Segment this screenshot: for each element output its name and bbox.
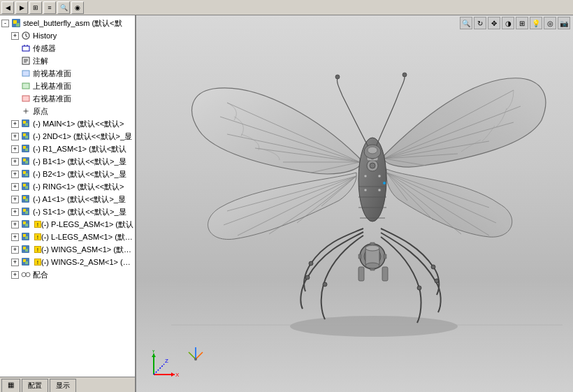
tree-notes[interactable]: 注解 — [0, 55, 135, 67]
svg-rect-46 — [25, 236, 28, 239]
sensors-icon — [20, 43, 31, 54]
tree-mates[interactable]: + 配合 — [0, 268, 135, 281]
toolbar-btn-forward[interactable]: ▶ — [15, 1, 28, 14]
tab-config[interactable]: 配置 — [22, 379, 48, 392]
r1asm1-icon — [20, 143, 31, 154]
svg-rect-13 — [22, 96, 29, 101]
svg-point-99 — [305, 275, 310, 280]
tree-origin[interactable]: 原点 — [0, 105, 135, 117]
b11-expand-btn[interactable]: + — [11, 158, 19, 166]
svg-rect-93 — [358, 254, 361, 259]
wings-expand-btn[interactable]: + — [11, 246, 19, 254]
history-label: History — [33, 31, 57, 40]
svg-point-106 — [383, 182, 386, 184]
tree-b21[interactable]: + (-) B2<1> (默认<<默认>_显 — [0, 168, 135, 180]
svg-point-102 — [435, 279, 439, 283]
main1-label: (-) MAIN<1> (默认<<默认> — [33, 119, 124, 129]
svg-point-97 — [365, 263, 379, 268]
tree-top-plane[interactable]: 上视基准面 — [0, 80, 135, 92]
svg-point-53 — [22, 273, 26, 277]
ring1-expand-btn[interactable]: + — [11, 183, 19, 191]
toolbar-btn-grid[interactable]: ⊞ — [29, 1, 42, 14]
svg-rect-115 — [358, 267, 364, 281]
svg-line-125 — [196, 352, 203, 359]
tree-root[interactable]: - steel_butterfly_asm (默认<默 — [0, 17, 135, 29]
ring1-icon — [20, 181, 31, 192]
r1asm1-label: (-) R1_ASM<1> (默认<默认 — [33, 144, 126, 154]
llegs-expand-btn[interactable]: + — [11, 233, 19, 241]
svg-text:Y: Y — [152, 350, 156, 354]
wings2-warning-icon: ! — [34, 259, 41, 266]
svg-rect-12 — [22, 83, 29, 89]
toolbar-btn-back[interactable]: ◀ — [1, 1, 14, 14]
svg-point-104 — [335, 75, 340, 79]
main-container: - steel_butterfly_asm (默认<默 + — [0, 15, 573, 392]
2nd1-label: (-) 2ND<1> (默认<<默认>_显 — [33, 131, 132, 142]
tree-wings2[interactable]: + ! (-) WINGS-2_ASM<1> (默认 — [0, 256, 135, 268]
svg-rect-40 — [25, 211, 28, 214]
plegs-expand-btn[interactable]: + — [11, 221, 19, 228]
tree-a11[interactable]: + (-) A1<1> (默认<<默认>_显 — [0, 193, 135, 205]
a11-label: (-) A1<1> (默认<<默认>_显 — [33, 194, 126, 205]
tree-sensors[interactable]: 传感器 — [0, 42, 135, 55]
wings2-icon — [20, 256, 31, 268]
ring1-label: (-) RING<1> (默认<<默认> — [33, 182, 124, 192]
s11-expand-btn[interactable]: + — [11, 208, 19, 216]
tree-plegs[interactable]: + ! (-) P-LEGS_ASM<1> (默认 — [0, 218, 135, 231]
tree-history[interactable]: + History — [0, 29, 135, 42]
tree-r1asm1[interactable]: + (-) R1_ASM<1> (默认<默认 — [0, 143, 135, 155]
svg-rect-116 — [382, 267, 388, 281]
toolbar-btn-view[interactable]: ◉ — [71, 1, 84, 14]
r1asm1-expand-btn[interactable]: + — [11, 145, 19, 153]
svg-rect-37 — [25, 198, 28, 201]
svg-rect-52 — [25, 261, 28, 264]
coordinate-triad: X Y Z — [150, 350, 178, 378]
tree-ring1[interactable]: + (-) RING<1> (默认<<默认> — [0, 180, 135, 193]
svg-point-111 — [364, 175, 367, 177]
svg-rect-94 — [384, 254, 386, 259]
toolbar-btn-search[interactable]: 🔍 — [57, 1, 70, 14]
history-expand-btn[interactable]: + — [11, 32, 19, 40]
wings-label: (-) WINGS_ASM<1> (默认< — [41, 245, 135, 255]
main1-icon — [20, 118, 31, 129]
tree-s11[interactable]: + (-) S1<1> (默认<<默认>_显 — [0, 205, 135, 218]
svg-text:Z: Z — [165, 358, 168, 364]
svg-point-100 — [323, 282, 327, 286]
tree-right-plane[interactable]: 右视基准面 — [0, 92, 135, 105]
sensors-label: 传感器 — [33, 43, 56, 54]
svg-rect-25 — [25, 148, 28, 151]
wings2-expand-btn[interactable]: + — [11, 259, 19, 266]
tree-front-plane[interactable]: 前视基准面 — [0, 67, 135, 80]
svg-line-126 — [189, 352, 196, 359]
main1-expand-btn[interactable]: + — [11, 120, 19, 128]
svg-rect-34 — [25, 186, 28, 189]
tree-llegs[interactable]: + ! (-) L-LEGS_ASM<1> (默认< — [0, 231, 135, 243]
tree-main1[interactable]: + (-) MAIN<1> (默认<<默认> — [0, 117, 135, 130]
tab-display[interactable]: 显示 — [50, 379, 76, 392]
svg-rect-19 — [25, 123, 28, 126]
b11-icon — [20, 156, 31, 167]
a11-expand-btn[interactable]: + — [11, 196, 19, 203]
llegs-label: (-) L-LEGS_ASM<1> (默认< — [41, 232, 135, 242]
svg-point-87 — [370, 163, 375, 168]
right-plane-icon — [20, 93, 31, 104]
svg-point-98 — [309, 261, 313, 266]
tree-wings[interactable]: + ! (-) WINGS_ASM<1> (默认< — [0, 243, 135, 256]
root-expand-btn[interactable]: - — [1, 20, 9, 27]
mates-expand-btn[interactable]: + — [11, 271, 19, 279]
svg-point-54 — [26, 273, 30, 277]
bottom-tabs: ▦ 配置 显示 — [0, 377, 135, 392]
svg-point-105 — [402, 73, 407, 77]
tree-b11[interactable]: + (-) B1<1> (默认<<默认>_显 — [0, 155, 135, 168]
viewport-panel[interactable]: 🔍 ↻ ✥ ◑ ⊞ 💡 ◎ 📷 — [136, 15, 573, 392]
svg-rect-22 — [25, 136, 28, 138]
toolbar-btn-menu[interactable]: ≡ — [43, 1, 56, 14]
tab-feature-manager[interactable]: ▦ — [1, 379, 20, 392]
3d-viewport[interactable]: 🔍 ↻ ✥ ◑ ⊞ 💡 ◎ 📷 — [136, 15, 573, 392]
origin-label: 原点 — [33, 106, 48, 117]
plegs-label: (-) P-LEGS_ASM<1> (默认 — [41, 219, 133, 230]
b21-expand-btn[interactable]: + — [11, 170, 19, 178]
tree-2nd1[interactable]: + (-) 2ND<1> (默认<<默认>_显 — [0, 130, 135, 143]
2nd1-expand-btn[interactable]: + — [11, 133, 19, 140]
origin-indicator — [185, 342, 206, 364]
